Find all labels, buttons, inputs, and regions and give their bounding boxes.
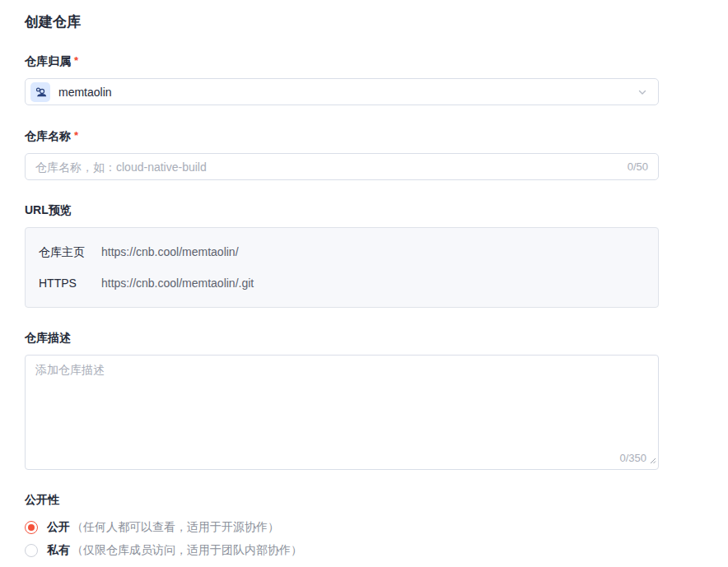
owner-select[interactable]: memtaolin <box>25 78 659 105</box>
visibility-option-public[interactable]: 公开 （任何人都可以查看，适用于开源协作） <box>25 519 703 535</box>
name-input-wrap: 0/50 <box>25 153 659 180</box>
radio-button[interactable] <box>25 521 38 534</box>
name-section: 仓库名称* 0/50 <box>25 129 659 180</box>
url-row-label: 仓库主页 <box>39 244 90 260</box>
url-preview-section: URL预览 仓库主页 https://cnb.cool/memtaolin/ H… <box>25 204 659 308</box>
url-preview-label: URL预览 <box>25 204 659 216</box>
name-char-counter: 0/50 <box>628 160 648 173</box>
url-row-homepage: 仓库主页 https://cnb.cool/memtaolin/ <box>39 236 645 267</box>
organization-icon <box>30 82 50 102</box>
resize-handle-icon[interactable] <box>648 453 656 467</box>
description-section: 仓库描述 0/350 <box>25 332 659 470</box>
visibility-option-private[interactable]: 私有 （仅限仓库成员访问，适用于团队内部协作） <box>25 542 703 558</box>
radio-button[interactable] <box>25 544 38 557</box>
radio-option-description: （仅限仓库成员访问，适用于团队内部协作） <box>72 542 302 558</box>
url-preview-box: 仓库主页 https://cnb.cool/memtaolin/ HTTPS h… <box>25 227 659 308</box>
page-title: 创建仓库 <box>25 14 703 30</box>
required-asterisk: * <box>74 129 78 142</box>
create-repo-page: 创建仓库 仓库归属* memtaolin 仓库名称* <box>0 0 728 567</box>
owner-label: 仓库归属* <box>25 54 659 67</box>
radio-option-description: （任何人都可以查看，适用于开源协作） <box>72 519 279 535</box>
owner-section: 仓库归属* memtaolin <box>25 54 659 105</box>
owner-selected-value: memtaolin <box>58 86 637 99</box>
chevron-down-icon <box>637 86 648 98</box>
url-row-value: https://cnb.cool/memtaolin/.git <box>101 275 254 291</box>
visibility-label: 公开性 <box>25 494 703 506</box>
url-row-value: https://cnb.cool/memtaolin/ <box>101 244 239 260</box>
repo-name-input[interactable] <box>35 160 619 174</box>
url-row-https: HTTPS https://cnb.cool/memtaolin/.git <box>39 267 645 299</box>
visibility-section: 公开性 公开 （任何人都可以查看，适用于开源协作） 私有 （仅限仓库成员访问，适… <box>25 494 703 567</box>
required-asterisk: * <box>74 54 78 67</box>
url-row-label: HTTPS <box>39 275 90 291</box>
description-textarea-wrap: 0/350 <box>25 355 659 470</box>
description-label: 仓库描述 <box>25 332 659 344</box>
description-textarea[interactable] <box>26 356 658 469</box>
radio-option-name: 私有 <box>47 542 70 558</box>
name-label: 仓库名称* <box>25 129 659 142</box>
radio-option-name: 公开 <box>47 519 70 535</box>
